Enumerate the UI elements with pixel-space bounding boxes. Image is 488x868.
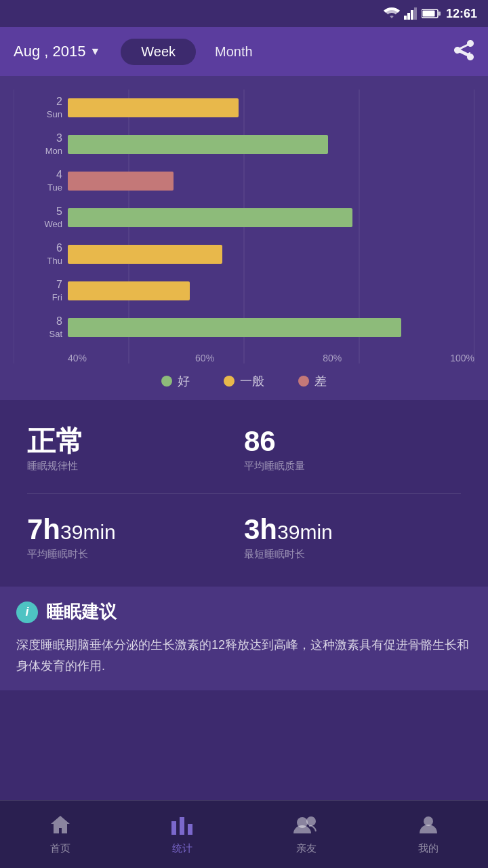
status-icons bbox=[384, 7, 441, 20]
bar-track bbox=[68, 245, 474, 264]
bar bbox=[68, 318, 401, 337]
stat-regularity-label: 睡眠规律性 bbox=[27, 460, 244, 473]
svg-rect-2 bbox=[411, 10, 413, 20]
svg-rect-0 bbox=[404, 16, 407, 20]
legend-dot-red bbox=[298, 376, 309, 387]
svg-point-16 bbox=[306, 816, 316, 826]
info-icon: i bbox=[16, 601, 38, 623]
svg-rect-5 bbox=[422, 11, 434, 17]
legend-dot-orange bbox=[224, 376, 235, 387]
header: Aug , 2015 ▼ Week Month bbox=[0, 27, 488, 76]
bar bbox=[68, 208, 352, 227]
bar-track bbox=[68, 172, 474, 191]
chart-row: 7 Fri bbox=[68, 273, 474, 309]
row-label: 4 Tue bbox=[14, 168, 62, 194]
bar bbox=[68, 98, 239, 117]
date-label: Aug , 2015 bbox=[14, 43, 85, 60]
stat-min-duration: 3h39min 最短睡眠时长 bbox=[244, 514, 461, 561]
bottom-nav: 首页 统计 亲友 bbox=[0, 800, 488, 868]
axis-label: 40% bbox=[68, 353, 87, 363]
row-label: 3 Mon bbox=[14, 132, 62, 157]
stat-avg-duration-value: 7h39min bbox=[27, 514, 244, 545]
chart-row: 2 Sun bbox=[68, 90, 474, 126]
nav-item-stats[interactable]: 统计 bbox=[170, 814, 195, 855]
legend-dot-green bbox=[161, 376, 172, 387]
nav-label-stats: 统计 bbox=[172, 842, 192, 855]
axis-label: 60% bbox=[195, 353, 214, 363]
stat-regularity-value: 正常 bbox=[27, 426, 244, 457]
nav-label-friends: 亲友 bbox=[296, 842, 317, 855]
nav-label-profile: 我的 bbox=[418, 842, 439, 855]
tab-month[interactable]: Month bbox=[196, 39, 272, 65]
bar-track bbox=[68, 98, 474, 117]
axis-label: 100% bbox=[450, 353, 474, 363]
stat-min-duration-label: 最短睡眠时长 bbox=[244, 548, 461, 561]
stat-avg-duration-label: 平均睡眠时长 bbox=[27, 548, 244, 561]
date-selector[interactable]: Aug , 2015 ▼ bbox=[14, 43, 100, 60]
stat-avg-duration: 7h39min 平均睡眠时长 bbox=[27, 514, 244, 561]
chart-row: 3 Mon bbox=[68, 126, 474, 163]
signal-icon bbox=[404, 7, 418, 20]
row-label: 6 Thu bbox=[14, 241, 62, 267]
nav-item-profile[interactable]: 我的 bbox=[418, 814, 439, 855]
advice-header: i 睡眠建议 bbox=[16, 600, 472, 624]
stat-min-duration-value: 3h39min bbox=[244, 514, 461, 545]
chart-rows: 2 Sun 3 Mon 4 bbox=[68, 90, 474, 346]
chart-legend: 好 一般 差 bbox=[14, 373, 474, 389]
chart-row: 4 Tue bbox=[68, 163, 474, 199]
legend-item-normal: 一般 bbox=[224, 373, 264, 389]
row-label: 7 Fri bbox=[14, 278, 62, 304]
bar-track bbox=[68, 281, 474, 300]
nav-label-home: 首页 bbox=[50, 842, 70, 855]
bar-track bbox=[68, 135, 474, 154]
share-button[interactable] bbox=[453, 39, 474, 65]
chart-row: 5 Wed bbox=[68, 199, 474, 236]
bar-track bbox=[68, 208, 474, 227]
nav-item-home[interactable]: 首页 bbox=[49, 814, 71, 855]
row-label: 2 Sun bbox=[14, 95, 62, 121]
advice-section: i 睡眠建议 深度睡眠期脑垂体分泌的生长激素的12释放达到高峰，这种激素具有促进… bbox=[0, 587, 488, 690]
legend-label-normal: 一般 bbox=[240, 373, 264, 389]
bar bbox=[68, 135, 328, 154]
tab-group: Week Month bbox=[121, 39, 271, 65]
stat-quality-label: 平均睡眠质量 bbox=[244, 460, 461, 473]
stat-quality-value: 86 bbox=[244, 426, 461, 457]
svg-point-17 bbox=[424, 816, 433, 826]
wifi-icon bbox=[384, 7, 400, 20]
stats-section: 正常 睡眠规律性 86 平均睡眠质量 7h39min 平均睡眠时长 3h39mi… bbox=[0, 406, 488, 581]
bar bbox=[68, 172, 174, 191]
chart-axis: 40% 60% 80% 100% bbox=[68, 353, 474, 363]
svg-rect-1 bbox=[407, 13, 410, 20]
svg-rect-12 bbox=[171, 821, 176, 835]
bar-track bbox=[68, 318, 474, 337]
stats-divider bbox=[27, 493, 461, 494]
row-label: 8 Sat bbox=[14, 315, 62, 340]
home-icon bbox=[49, 814, 71, 838]
stats-icon bbox=[170, 814, 195, 838]
nav-item-friends[interactable]: 亲友 bbox=[293, 814, 319, 855]
svg-rect-14 bbox=[188, 824, 192, 835]
chart-row: 6 Thu bbox=[68, 236, 474, 273]
battery-icon bbox=[422, 8, 441, 19]
legend-label-good: 好 bbox=[178, 373, 190, 389]
status-time: 12:61 bbox=[446, 7, 477, 21]
svg-rect-3 bbox=[414, 7, 417, 20]
tab-week[interactable]: Week bbox=[121, 39, 196, 65]
advice-text: 深度睡眠期脑垂体分泌的生长激素的12释放达到高峰，这种激素具有促进骨骼生长和身体… bbox=[16, 635, 472, 676]
axis-label: 80% bbox=[323, 353, 342, 363]
friends-icon bbox=[293, 814, 319, 838]
status-bar: 12:61 bbox=[0, 0, 488, 27]
svg-rect-6 bbox=[439, 12, 441, 16]
bar bbox=[68, 245, 222, 264]
chart-row: 8 Sat bbox=[68, 309, 474, 346]
advice-title: 睡眠建议 bbox=[46, 600, 117, 624]
stat-regularity: 正常 睡眠规律性 bbox=[27, 426, 244, 473]
legend-item-good: 好 bbox=[161, 373, 190, 389]
chart-container: 2 Sun 3 Mon 4 bbox=[14, 90, 474, 363]
row-label: 5 Wed bbox=[14, 205, 62, 231]
svg-rect-13 bbox=[180, 817, 184, 835]
stats-grid: 正常 睡眠规律性 86 平均睡眠质量 7h39min 平均睡眠时长 3h39mi… bbox=[27, 426, 461, 561]
legend-item-bad: 差 bbox=[298, 373, 327, 389]
legend-label-bad: 差 bbox=[314, 373, 327, 389]
profile-icon bbox=[418, 814, 439, 838]
